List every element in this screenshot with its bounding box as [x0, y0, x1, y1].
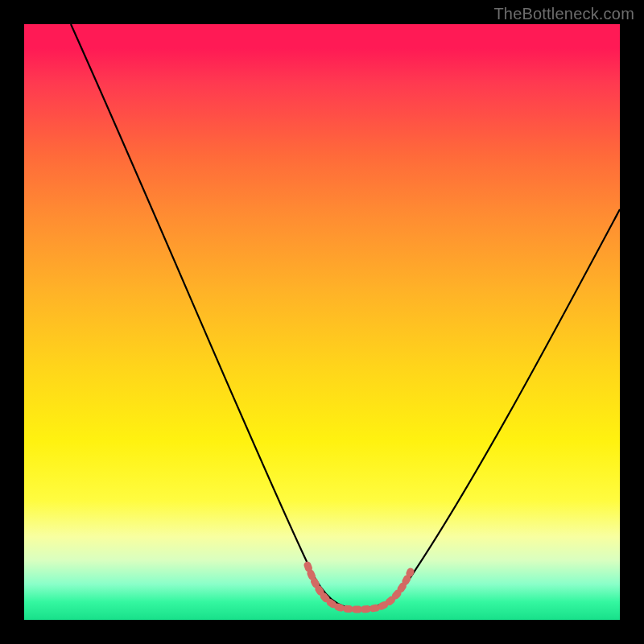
- highlight-band: [308, 565, 411, 609]
- curve-layer: [24, 24, 620, 620]
- bottleneck-curve: [71, 24, 620, 609]
- watermark-text: TheBottleneck.com: [493, 5, 634, 23]
- plot-area: [24, 24, 620, 620]
- chart-frame: TheBottleneck.com: [0, 0, 644, 644]
